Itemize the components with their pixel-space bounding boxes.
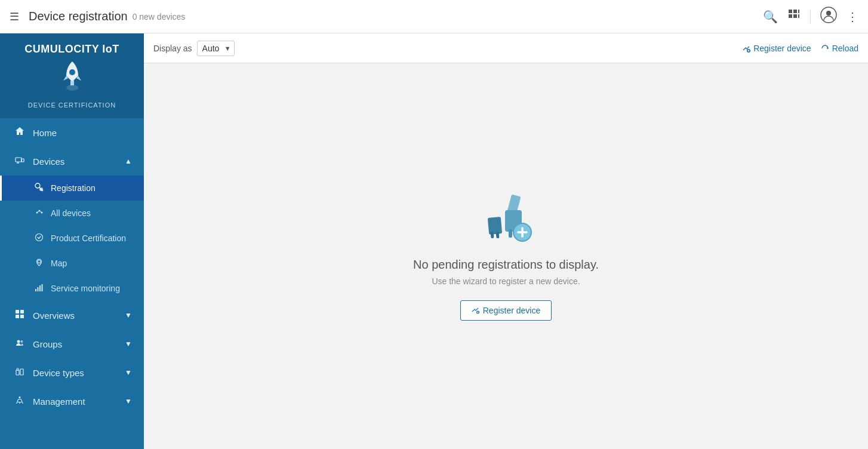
header-actions: 🔍 ⋮ — [763, 7, 858, 26]
sidebar-item-service-monitoring[interactable]: Service monitoring — [0, 276, 144, 301]
toolbar: Display as Auto ▼ Register device — [144, 33, 868, 63]
empty-state-icon — [476, 192, 536, 246]
svg-line-22 — [37, 211, 39, 213]
map-icon — [33, 258, 45, 269]
svg-point-25 — [38, 260, 41, 263]
brand-rocket-icon — [57, 59, 87, 98]
svg-rect-36 — [16, 370, 19, 375]
service-monitoring-label: Service monitoring — [51, 284, 120, 293]
svg-rect-30 — [16, 310, 19, 313]
home-icon — [14, 127, 26, 139]
toolbar-right: Register device Reload — [742, 44, 858, 53]
sidebar: CUMULOCITY IoT DEVICE CERTIFICATION — [0, 33, 144, 449]
overviews-label: Overviews — [33, 310, 75, 321]
sidebar-item-devices[interactable]: Devices ▲ — [0, 147, 144, 176]
service-monitoring-icon — [33, 283, 45, 294]
all-devices-icon — [33, 208, 45, 219]
svg-rect-2 — [798, 10, 799, 13]
svg-rect-37 — [20, 369, 23, 375]
svg-point-9 — [69, 69, 75, 75]
svg-rect-47 — [509, 229, 512, 238]
product-certification-icon — [33, 233, 45, 244]
svg-rect-33 — [20, 315, 24, 318]
devices-icon — [14, 155, 26, 167]
sidebar-item-map[interactable]: Map — [0, 251, 144, 276]
svg-rect-11 — [16, 158, 21, 162]
more-options-icon[interactable]: ⋮ — [847, 10, 858, 24]
device-types-label: Device types — [33, 368, 84, 378]
search-icon[interactable]: 🔍 — [763, 10, 778, 24]
device-types-icon — [14, 367, 26, 379]
svg-rect-3 — [789, 14, 792, 18]
registration-label: Registration — [51, 183, 96, 193]
svg-rect-49 — [487, 217, 501, 235]
sidebar-item-management[interactable]: Management ▼ — [0, 387, 144, 416]
menu-icon[interactable]: ☰ — [10, 10, 19, 23]
page-title: Device registration — [29, 10, 128, 23]
sidebar-item-device-types[interactable]: Device types ▼ — [0, 358, 144, 387]
svg-point-34 — [17, 340, 20, 343]
reload-label: Reload — [832, 44, 858, 53]
grid-icon[interactable] — [787, 8, 801, 25]
devices-arrow-icon: ▲ — [125, 157, 132, 165]
reload-link[interactable]: Reload — [821, 44, 858, 53]
product-certification-label: Product Certification — [51, 233, 126, 243]
top-header: ☰ Device registration 0 new devices 🔍 ⋮ — [0, 0, 868, 33]
sidebar-item-groups[interactable]: Groups ▼ — [0, 330, 144, 358]
groups-arrow-icon: ▼ — [125, 340, 132, 348]
empty-state: No pending registrations to display. Use… — [144, 63, 868, 449]
svg-rect-10 — [70, 81, 74, 85]
map-label: Map — [51, 259, 67, 268]
overviews-icon — [14, 309, 26, 321]
sidebar-item-home[interactable]: Home — [0, 118, 144, 147]
register-device-btn-label: Register device — [483, 306, 541, 315]
svg-point-7 — [826, 11, 831, 16]
svg-rect-4 — [793, 14, 797, 18]
svg-rect-31 — [20, 310, 24, 313]
reload-icon — [821, 44, 829, 53]
display-as-select[interactable]: Auto — [197, 41, 235, 56]
groups-label: Groups — [33, 339, 62, 349]
svg-point-8 — [66, 85, 78, 91]
svg-rect-32 — [16, 315, 19, 318]
brand-title: CUMULOCITY IoT — [24, 43, 119, 56]
svg-rect-51 — [495, 231, 499, 238]
svg-rect-1 — [793, 10, 797, 13]
register-device-header-label: Register device — [753, 44, 811, 53]
header-divider — [810, 10, 811, 24]
groups-icon — [14, 338, 26, 350]
svg-text:+: + — [40, 187, 42, 191]
svg-rect-38 — [17, 368, 19, 370]
svg-rect-26 — [35, 289, 36, 291]
display-as-label: Display as — [153, 44, 192, 53]
svg-point-24 — [35, 234, 42, 241]
main-content: Display as Auto ▼ Register device — [144, 33, 868, 449]
svg-rect-29 — [41, 284, 42, 291]
register-device-icon — [742, 44, 750, 53]
register-btn-icon — [472, 306, 479, 314]
all-devices-label: All devices — [51, 208, 91, 218]
devices-label: Devices — [33, 156, 64, 167]
svg-point-15 — [35, 183, 40, 188]
svg-rect-5 — [798, 14, 799, 18]
svg-rect-50 — [490, 231, 494, 238]
management-icon — [14, 395, 26, 407]
svg-rect-27 — [37, 287, 38, 291]
sidebar-item-product-certification[interactable]: Product Certification — [0, 226, 144, 251]
sidebar-item-all-devices[interactable]: All devices — [0, 201, 144, 226]
register-device-button[interactable]: Register device — [460, 300, 552, 321]
management-label: Management — [33, 396, 85, 407]
svg-rect-0 — [789, 10, 792, 13]
svg-line-23 — [39, 211, 42, 213]
register-device-header-link[interactable]: Register device — [742, 44, 811, 53]
new-devices-badge: 0 new devices — [133, 12, 186, 21]
home-label: Home — [33, 128, 57, 138]
layout: CUMULOCITY IoT DEVICE CERTIFICATION — [0, 33, 868, 449]
brand-subtitle: DEVICE CERTIFICATION — [28, 102, 116, 109]
management-arrow-icon: ▼ — [125, 397, 132, 405]
device-types-arrow-icon: ▼ — [125, 368, 132, 377]
sidebar-item-registration[interactable]: + Registration — [0, 176, 144, 201]
sidebar-item-overviews[interactable]: Overviews ▼ — [0, 301, 144, 330]
user-icon[interactable] — [820, 7, 837, 26]
overviews-arrow-icon: ▼ — [125, 311, 132, 319]
